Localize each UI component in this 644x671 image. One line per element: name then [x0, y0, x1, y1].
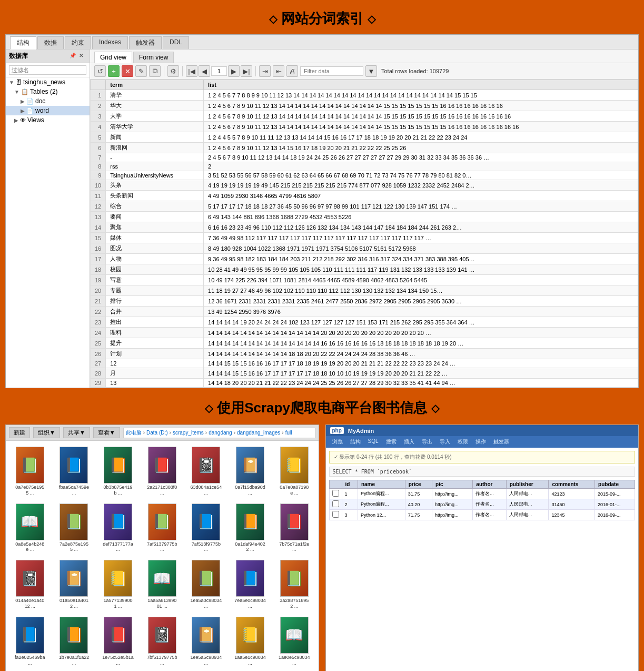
print-button[interactable]: 🖨 — [286, 65, 298, 77]
file-new-btn[interactable]: 新建 — [9, 427, 30, 438]
php-nav-browse[interactable]: 浏览 — [329, 437, 346, 447]
first-page-button[interactable]: |◀ — [186, 65, 197, 77]
table-row[interactable]: 3 大学 1 2 4 5 6 7 8 9 10 11 12 13 14 14 1… — [91, 111, 638, 122]
path-segment-3[interactable]: scrapy_items — [173, 430, 204, 436]
file-item[interactable]: 📔 1ee5a5c98934 ... — [185, 614, 227, 669]
table-row[interactable]: 20 专题 11 18 19 27 27 46 49 96 102 102 11… — [91, 285, 638, 296]
data-table-wrapper[interactable]: term list 1 清华 1 2 4 5 6 7 7 8 8 9 9 10 … — [90, 80, 638, 388]
file-item[interactable]: 📖 1aa5a61399001 ... — [141, 557, 183, 612]
file-item[interactable]: 📕 7b75c71a1f2e ... — [273, 501, 315, 556]
table-row[interactable]: 23 推出 14 14 14 14 19 20 24 24 24 24 102 … — [91, 317, 638, 328]
file-item[interactable]: 📙 1b7e0a1f1a22 ... — [53, 614, 95, 669]
table-row[interactable]: 22 合并 13 49 1254 2950 3976 3976 — [91, 307, 638, 317]
filter-toggle-button[interactable]: ⚙ — [167, 65, 179, 77]
tree-item-db[interactable]: ▼ 🗄 tsinghua_news — [6, 77, 90, 87]
table-row[interactable]: 12 综合 5 17 17 17 17 18 18 18 27 36 45 50… — [91, 201, 638, 212]
filter-input[interactable] — [9, 65, 86, 75]
tree-item-views[interactable]: ▶ 👁 Views — [6, 115, 90, 125]
table-row[interactable]: 27 12 14 14 15 15 15 16 16 16 17 17 17 1… — [91, 359, 638, 368]
tab-structure[interactable]: 结构 — [10, 36, 36, 50]
filter-apply-button[interactable]: ▼ — [365, 65, 377, 77]
file-item[interactable]: 📒 0a7e0a87198e ... — [273, 444, 315, 499]
file-item[interactable]: 📖 0a8e5a4b248e ... — [9, 501, 51, 556]
path-segment-2[interactable]: Data (D:) — [146, 430, 168, 436]
table-row[interactable]: 26 计划 14 14 14 14 14 14 14 14 14 14 18 1… — [91, 349, 638, 359]
path-segment-1[interactable]: 此电脑 — [126, 429, 142, 437]
table-row[interactable]: 4 清华大学 1 2 4 5 6 7 8 9 10 11 12 13 14 14… — [91, 122, 638, 132]
file-help-btn[interactable]: 查看▼ — [93, 427, 120, 438]
tab-triggers[interactable]: 触发器 — [129, 36, 162, 49]
filter-data-input[interactable] — [300, 66, 363, 76]
table-row[interactable]: 16 图况 8 49 180 928 1004 1022 1368 1971 1… — [91, 243, 638, 254]
php-row-check[interactable] — [329, 499, 342, 510]
file-item[interactable]: 📓 7bf51379775b ... — [141, 614, 183, 669]
php-nav-insert[interactable]: 插入 — [401, 437, 418, 447]
tree-item-doc[interactable]: ▶ 📄 doc — [6, 96, 90, 106]
page-input[interactable] — [211, 66, 227, 76]
php-col-comments[interactable]: comments — [549, 480, 595, 489]
file-item[interactable]: 📙 0b3b875e419b ... — [97, 444, 139, 499]
file-item[interactable]: 📘 def71377177a ... — [97, 501, 139, 556]
php-col-price[interactable]: price — [405, 480, 432, 489]
php-nav-structure[interactable]: 结构 — [347, 437, 364, 447]
refresh-button[interactable]: ↺ — [94, 65, 106, 77]
php-nav-perms[interactable]: 权限 — [454, 437, 471, 447]
table-row[interactable]: 17 人物 9 36 49 95 98 182 183 184 184 203 … — [91, 254, 638, 264]
file-item[interactable]: 📓 014a40e1a4012 ... — [9, 557, 51, 612]
copy-button[interactable]: ⧉ — [149, 65, 161, 77]
file-item[interactable]: 📕 2a2171c308f0 ... — [141, 444, 183, 499]
table-row[interactable]: 10 头条 4 19 19 19 19 19 19 49 145 215 215… — [91, 180, 638, 191]
table-row[interactable]: 5 新闻 1 2 4 4 5 5 7 8 9 10 11 11 12 13 13… — [91, 132, 638, 143]
php-table-row[interactable]: 3 Python 12... 71.75 http://img... 作者名..… — [329, 510, 635, 520]
file-item[interactable]: 📘 fa2e025469ba ... — [9, 614, 51, 669]
php-row-check[interactable] — [329, 510, 342, 520]
php-nav-ops[interactable]: 操作 — [472, 437, 489, 447]
prev-page-button[interactable]: ◀ — [199, 65, 210, 77]
col-term[interactable]: term — [106, 80, 204, 90]
last-page-button[interactable]: ▶| — [241, 65, 252, 77]
tab-ddl[interactable]: DDL — [163, 36, 189, 49]
edit-button[interactable]: ✎ — [135, 65, 147, 77]
table-row[interactable]: 18 校园 10 28 41 49 49 95 95 95 99 99 105 … — [91, 264, 638, 275]
php-col-id[interactable]: id — [342, 480, 358, 489]
file-item[interactable]: 📙 0a1daf94e4022 ... — [229, 501, 271, 556]
file-item[interactable]: 📗 7af51379775b ... — [141, 501, 183, 556]
file-item[interactable]: 📗 7a2e875e1955 ... — [53, 501, 95, 556]
path-segment-5[interactable]: dangdang_images — [237, 430, 280, 436]
tab-data[interactable]: 数据 — [37, 36, 64, 49]
table-row[interactable]: 13 要闻 6 49 143 144 881 896 1368 1688 272… — [91, 212, 638, 222]
table-row[interactable]: 8 rss 2 — [91, 162, 638, 171]
php-col-pic[interactable]: pic — [432, 480, 473, 489]
php-nav-export[interactable]: 导出 — [419, 437, 435, 447]
col-list[interactable]: list — [204, 80, 638, 90]
table-row[interactable]: 2 华大 1 2 4 5 6 7 8 9 10 11 12 13 14 14 1… — [91, 101, 638, 111]
table-row[interactable]: 11 头条新闻 4 49 1059 2930 3146 4665 4799 48… — [91, 191, 638, 201]
table-row[interactable]: 28 月 14 14 14 15 15 16 16 17 17 17 17 17… — [91, 368, 638, 379]
table-row[interactable]: 1 清华 1 2 4 5 6 7 7 8 8 9 9 10 11 12 13 1… — [91, 90, 638, 101]
php-col-pubdate[interactable]: pubdate — [595, 480, 635, 489]
file-item[interactable]: 📘 7af513f9775b ... — [185, 501, 227, 556]
table-row[interactable]: 9 TsinghuaUniversityNews 3 51 52 53 55 5… — [91, 171, 638, 180]
file-item[interactable]: 📗 0a7e875e1955 ... — [9, 444, 51, 499]
file-item[interactable]: 📕 1e75c52e5b1a ... — [97, 614, 139, 669]
table-row[interactable]: 14 聚焦 6 16 16 23 23 49 96 110 112 112 12… — [91, 222, 638, 233]
tab-form-view[interactable]: Form view — [133, 52, 174, 63]
add-button[interactable]: + — [108, 65, 120, 77]
delete-button[interactable]: ✕ — [122, 65, 133, 77]
php-nav-import[interactable]: 导入 — [437, 437, 453, 447]
table-row[interactable]: 29 13 14 14 18 20 20 20 21 21 22 22 23 2… — [91, 379, 638, 388]
tree-item-tables[interactable]: ▼ 📋 Tables (2) — [6, 87, 90, 96]
file-item[interactable]: 📗 3a2a87516952 ... — [273, 557, 315, 612]
table-row[interactable]: 15 媒体 7 36 49 49 98 112 117 117 117 117 … — [91, 233, 638, 243]
file-item[interactable]: 📔 01a50e1a4012 ... — [53, 557, 95, 612]
table-row[interactable]: 6 新浪网 1 2 4 5 6 7 8 9 10 11 12 13 14 15 … — [91, 143, 638, 153]
table-row[interactable]: 19 写意 10 49 174 225 226 394 1071 1081 28… — [91, 275, 638, 285]
php-col-author[interactable]: author — [473, 480, 506, 489]
file-item[interactable]: 📘 fbae5ca7459e ... — [53, 444, 95, 499]
php-nav-sql[interactable]: SQL — [365, 437, 382, 447]
table-row[interactable]: 24 理料 14 14 14 14 14 14 14 14 14 14 14 1… — [91, 328, 638, 338]
php-row-check[interactable] — [329, 489, 342, 499]
path-segment-6[interactable]: full — [285, 430, 292, 436]
file-view-btn[interactable]: 共享▼ — [63, 427, 90, 438]
file-item[interactable]: 📖 1ae0e5c98034 ... — [273, 614, 315, 669]
